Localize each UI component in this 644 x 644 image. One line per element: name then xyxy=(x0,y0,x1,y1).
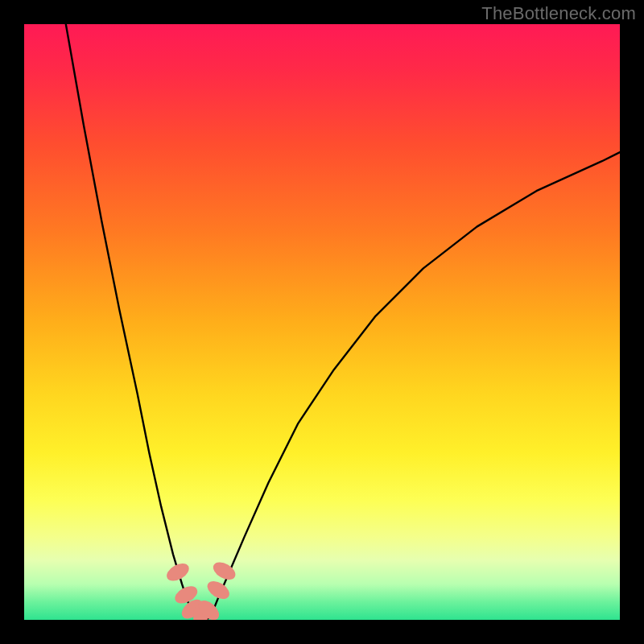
watermark-text: TheBottleneck.com xyxy=(481,3,636,24)
bottleneck-curve-chart xyxy=(24,24,620,620)
chart-frame: TheBottleneck.com xyxy=(0,0,644,644)
plot-area xyxy=(24,24,620,620)
gradient-background xyxy=(24,24,620,620)
